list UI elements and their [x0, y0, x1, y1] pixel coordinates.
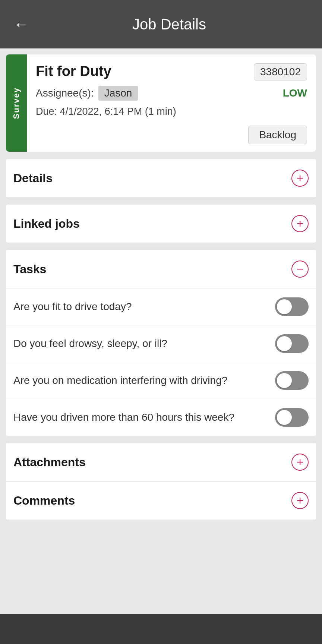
assignee-label: Assignee(s): — [36, 87, 94, 99]
task-label-1: Are you fit to drive today? — [13, 301, 275, 313]
tasks-section: Tasks − Are you fit to drive today? Do y… — [6, 250, 316, 436]
tasks-label: Tasks — [13, 262, 46, 276]
bottom-sections: Attachments + Comments + — [6, 443, 316, 520]
assignee-name: Jason — [98, 86, 138, 101]
comments-row[interactable]: Comments + — [6, 481, 316, 520]
attachments-label: Attachments — [13, 455, 86, 469]
backlog-row: Backlog — [36, 126, 307, 144]
task-toggle-1[interactable] — [275, 297, 309, 316]
header-title: Job Details — [132, 16, 206, 33]
task-label-2: Do you feel drowsy, sleepy, or ill? — [13, 338, 275, 350]
attachments-add-icon[interactable]: + — [291, 454, 309, 471]
task-item-1: Are you fit to drive today? — [6, 288, 316, 325]
job-card: Survey Fit for Duty 3380102 Assignee(s):… — [6, 54, 316, 152]
back-button[interactable]: ← — [13, 15, 30, 34]
linked-jobs-row[interactable]: Linked jobs + — [6, 205, 316, 243]
task-toggle-4[interactable] — [275, 408, 309, 427]
task-toggle-2[interactable] — [275, 334, 309, 353]
status-button[interactable]: Backlog — [248, 126, 307, 144]
task-label-3: Are you on medication interfering with d… — [13, 375, 275, 386]
details-add-icon[interactable]: + — [291, 170, 309, 187]
attachments-row[interactable]: Attachments + — [6, 443, 316, 481]
linked-jobs-label: Linked jobs — [13, 217, 80, 231]
job-title: Fit for Duty — [36, 63, 111, 79]
job-card-body: Fit for Duty 3380102 Assignee(s): Jason … — [27, 54, 316, 152]
tasks-header-row[interactable]: Tasks − — [6, 250, 316, 288]
due-date: Due: 4/1/2022, 6:14 PM (1 min) — [36, 106, 307, 117]
task-item-2: Do you feel drowsy, sleepy, or ill? — [6, 325, 316, 362]
footer-bar — [0, 614, 322, 644]
comments-label: Comments — [13, 494, 75, 508]
details-section: Details + — [6, 159, 316, 197]
linked-jobs-add-icon[interactable]: + — [291, 215, 309, 232]
job-card-top-row: Fit for Duty 3380102 — [36, 63, 307, 80]
job-type-sidebar: Survey — [6, 54, 27, 152]
tasks-collapse-icon[interactable]: − — [291, 261, 309, 278]
job-type-label: Survey — [12, 87, 21, 119]
comments-add-icon[interactable]: + — [291, 492, 309, 509]
job-id-badge: 3380102 — [254, 63, 307, 80]
task-item-4: Have you driven more than 60 hours this … — [6, 399, 316, 436]
details-row[interactable]: Details + — [6, 159, 316, 197]
linked-jobs-section: Linked jobs + — [6, 205, 316, 243]
details-label: Details — [13, 171, 53, 185]
task-toggle-3[interactable] — [275, 371, 309, 390]
header: ← Job Details — [0, 0, 322, 48]
main-content: Survey Fit for Duty 3380102 Assignee(s):… — [0, 48, 322, 614]
task-label-4: Have you driven more than 60 hours this … — [13, 411, 275, 423]
priority-label: LOW — [283, 87, 307, 99]
assignee-row: Assignee(s): Jason LOW — [36, 86, 307, 101]
task-item-3: Are you on medication interfering with d… — [6, 362, 316, 399]
